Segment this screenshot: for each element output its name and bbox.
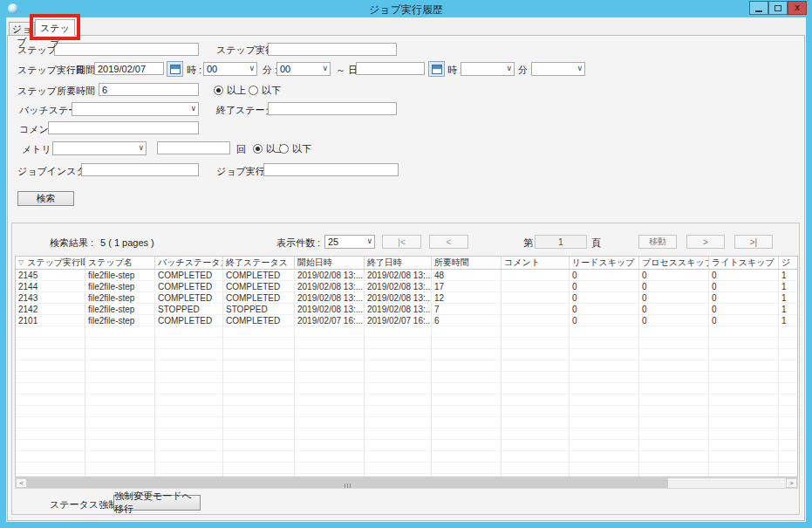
table-cell: 0	[570, 270, 639, 281]
table-cell	[155, 372, 223, 383]
period-hour-from-select[interactable]: 00∨	[203, 62, 257, 76]
table-row[interactable]	[16, 360, 798, 372]
last-page-button[interactable]: >|	[734, 235, 773, 249]
column-header-7[interactable]: コメント	[502, 257, 570, 269]
table-cell	[365, 406, 432, 417]
table-row[interactable]: 2144file2file-stepCOMPLETEDCOMPLETED2019…	[16, 281, 798, 292]
column-header-11[interactable]: ジ	[779, 257, 798, 269]
table-row[interactable]	[16, 326, 798, 338]
force-change-mode-button[interactable]: 強制変更モードへ移行	[113, 495, 201, 511]
metrics-count-input[interactable]	[157, 141, 230, 154]
table-cell	[155, 406, 223, 417]
table-cell	[570, 440, 639, 451]
table-cell	[155, 429, 223, 440]
table-cell	[365, 394, 432, 406]
table-row[interactable]: 2142file2file-stepSTOPPEDSTOPPED2019/02/…	[16, 304, 798, 315]
prev-page-button[interactable]: <	[429, 235, 468, 249]
page-number-input[interactable]	[535, 235, 587, 249]
period-minute-to-select[interactable]: ∨	[531, 62, 585, 76]
table-cell	[223, 451, 295, 463]
period-minute-from-select[interactable]: 00∨	[276, 62, 331, 76]
first-page-button[interactable]: |<	[382, 235, 421, 249]
column-header-6[interactable]: 所要時間	[432, 257, 502, 269]
table-cell	[223, 429, 295, 440]
table-cell	[502, 451, 570, 463]
step-name-input[interactable]	[54, 43, 199, 56]
comment-input[interactable]	[48, 121, 199, 134]
job-instance-id-input[interactable]	[81, 163, 199, 176]
table-cell	[709, 349, 779, 360]
next-page-button[interactable]: >	[686, 235, 725, 249]
duration-input[interactable]	[99, 83, 199, 96]
table-cell	[502, 326, 570, 338]
table-cell	[432, 372, 502, 383]
scroll-right-icon[interactable]: >	[786, 478, 797, 488]
metrics-radio-le[interactable]: 以下	[279, 142, 311, 155]
page-size-select[interactable]: 25∨	[324, 235, 375, 249]
period-hour-to-select[interactable]: ∨	[461, 62, 515, 76]
table-cell	[502, 429, 570, 440]
table-row[interactable]: 2101file2file-stepCOMPLETEDCOMPLETED2019…	[16, 315, 798, 326]
table-row[interactable]	[16, 338, 798, 349]
table-cell: file2file-step	[85, 292, 155, 304]
scroll-left-icon[interactable]: <	[16, 478, 27, 488]
table-cell	[570, 326, 639, 338]
table-row[interactable]	[16, 440, 798, 451]
table-cell: STOPPED	[155, 304, 223, 315]
table-cell	[85, 440, 155, 451]
table-row[interactable]: 2145file2file-stepCOMPLETEDCOMPLETED2019…	[16, 270, 798, 281]
table-cell	[295, 349, 365, 360]
job-exec-id-input[interactable]	[263, 163, 399, 176]
table-cell	[155, 451, 223, 463]
table-row[interactable]	[16, 463, 798, 474]
search-button[interactable]: 検索	[17, 191, 74, 206]
column-header-0[interactable]: ▽ステップ実行ID	[16, 257, 85, 269]
table-cell	[365, 372, 432, 383]
calendar-button-to[interactable]	[428, 61, 445, 77]
duration-radio-le[interactable]: 以下	[249, 84, 281, 97]
table-row[interactable]	[16, 372, 798, 383]
table-cell	[432, 451, 502, 463]
table-row[interactable]	[16, 451, 798, 463]
table-cell	[155, 349, 223, 360]
period-date-from-input[interactable]	[94, 62, 164, 75]
duration-radio-ge[interactable]: 以上	[214, 84, 246, 97]
period-date-to-input[interactable]	[356, 62, 425, 75]
table-row[interactable]	[16, 383, 798, 394]
column-header-8[interactable]: リードスキップ	[570, 257, 639, 269]
calendar-button-from[interactable]	[167, 61, 183, 77]
go-page-button[interactable]: 移動	[638, 235, 677, 249]
page-prefix-label: 第	[523, 237, 533, 250]
column-header-3[interactable]: 終了ステータス	[223, 257, 295, 269]
metrics-select[interactable]: ∨	[52, 141, 147, 155]
column-header-4[interactable]: 開始日時	[295, 257, 365, 269]
table-cell	[502, 270, 570, 281]
table-cell: 2019/02/08 13:...	[295, 304, 365, 315]
maximize-button[interactable]	[768, 1, 788, 15]
horizontal-scrollbar[interactable]: < >	[15, 477, 798, 489]
table-row[interactable]	[16, 349, 798, 360]
batch-status-select[interactable]: ∨	[72, 102, 199, 116]
column-header-1[interactable]: ステップ名	[85, 257, 155, 269]
column-header-2[interactable]: バッチステータス	[155, 257, 223, 269]
scrollbar-thumb[interactable]	[27, 478, 668, 488]
table-cell	[365, 451, 432, 463]
table-row[interactable]	[16, 429, 798, 440]
exit-status-input[interactable]	[268, 102, 397, 115]
table-row[interactable]: 2143file2file-stepCOMPLETEDCOMPLETED2019…	[16, 292, 798, 304]
table-row[interactable]	[16, 406, 798, 417]
close-icon: x	[795, 2, 800, 14]
minimize-button[interactable]	[749, 1, 768, 15]
table-cell	[365, 463, 432, 474]
table-cell	[709, 406, 779, 417]
table-row[interactable]	[16, 394, 798, 406]
window: ジョブ実行履歴 x ジョブ ステップ ステップ名 : ステップ実行ID : ステ…	[0, 0, 812, 528]
close-button[interactable]: x	[788, 1, 807, 15]
column-header-5[interactable]: 終了日時	[365, 257, 432, 269]
table-cell	[155, 326, 223, 338]
chevron-down-icon: ∨	[322, 64, 328, 72]
table-row[interactable]	[16, 417, 798, 429]
step-exec-id-input[interactable]	[268, 43, 397, 56]
column-header-9[interactable]: プロセススキップ	[639, 257, 709, 269]
column-header-10[interactable]: ライトスキップ	[709, 257, 779, 269]
